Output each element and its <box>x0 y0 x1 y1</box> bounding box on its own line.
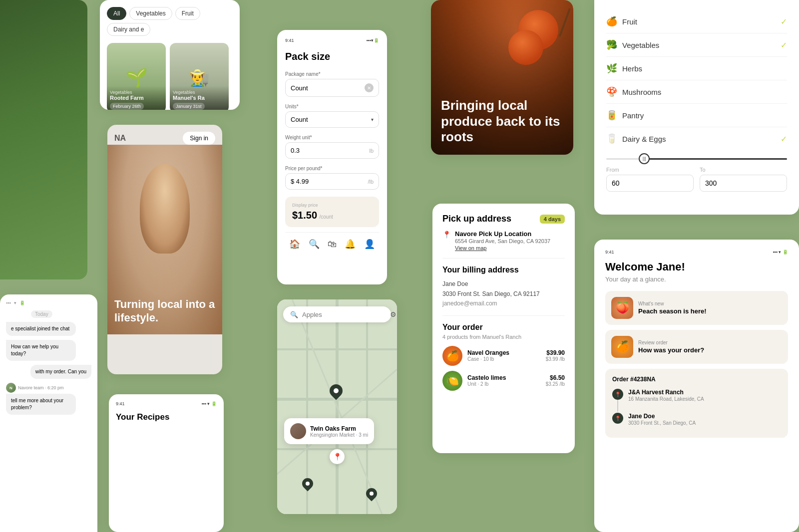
package-name-field: Package name* Count ✕ <box>285 71 379 97</box>
nav-home-icon[interactable]: 🏠 <box>289 239 300 250</box>
category-item-vegetables[interactable]: 🥦 Vegetables ✓ <box>606 33 787 57</box>
search-icon: 🔍 <box>290 311 298 318</box>
hero-background: Bringing local produce back to its roots <box>431 0 573 155</box>
step-name-2: Jane Doe <box>628 413 696 420</box>
packsize-title: Pack size <box>285 51 379 62</box>
weight-suffix: lb <box>369 148 374 154</box>
map-popup-avatar <box>290 423 306 439</box>
price-to-input[interactable] <box>700 175 787 192</box>
farm-category-2: Vegetables <box>173 90 226 95</box>
category-item-fruit[interactable]: 🍊 Fruit ✓ <box>606 10 787 33</box>
welcome-signal: ▪▪▪ ▾ 🔋 <box>773 250 788 255</box>
chat-card: ▪▪▪ ▾ 🔋 Today e specialist joined the ch… <box>0 294 97 532</box>
location-details: Navore Pick Up Location 6554 Girard Ave,… <box>455 230 550 251</box>
sender-row: N Navore team · 6:20 pm <box>6 383 91 393</box>
nav-notif-icon[interactable]: 🔔 <box>345 239 356 250</box>
notification-review[interactable]: 🍊 Review order How was your order? <box>605 330 788 364</box>
price-slider-track: ||| <box>606 158 787 160</box>
cat-name-4: Pantry <box>622 111 644 120</box>
package-name-input[interactable]: Count ✕ <box>285 79 379 97</box>
package-name-label: Package name* <box>285 71 379 77</box>
map-search-bar: 🔍 ⚙ <box>283 306 391 322</box>
step-icon-1: 📍 <box>612 389 623 400</box>
cat-check-1: ✓ <box>781 40 787 50</box>
price-label: Price per pound* <box>285 166 379 171</box>
cat-name-0: Fruit <box>622 17 637 26</box>
category-item-pantry[interactable]: 🥫 Pantry <box>606 104 787 127</box>
cat-icon-0: 🍊 <box>606 16 617 27</box>
price-slider-thumb[interactable]: ||| <box>639 153 650 164</box>
cat-left-3: 🍄 Mushrooms <box>606 86 661 97</box>
category-item-herbs[interactable]: 🌿 Herbs <box>606 57 787 80</box>
cat-name-2: Herbs <box>622 64 642 73</box>
step-addr-1: 16 Manzanita Road, Lakeside, CA <box>628 396 704 403</box>
chat-message-4: N Navore team · 6:20 pm tell me more abo… <box>6 383 91 415</box>
time-display: 9:41 <box>285 38 294 43</box>
category-item-mushrooms[interactable]: 🍄 Mushrooms <box>606 80 787 104</box>
weight-unit-label: Weight unit* <box>285 135 379 140</box>
map-search-input[interactable] <box>302 311 386 318</box>
notif-icon-review: 🍊 <box>611 336 633 358</box>
map-popup[interactable]: Twin Oaks Farm Kengsington Market · 3 mi <box>284 418 374 444</box>
tab-vegetables[interactable]: Vegetables <box>129 7 172 20</box>
tab-all[interactable]: All <box>107 7 126 20</box>
price-range-section: ||| From To <box>606 158 787 192</box>
cat-left-4: 🥫 Pantry <box>606 110 644 121</box>
order-item-info-1: Navel Oranges Case · 10 lb <box>467 349 541 362</box>
pickup-title: Pick up address 4 days <box>442 214 565 224</box>
divider-1 <box>442 258 565 259</box>
order-item-price-2: $6.50 $3.25 /lb <box>546 374 565 387</box>
package-name-value: Count <box>291 84 308 92</box>
weight-unit-value: 0.3 <box>291 147 300 154</box>
location-icon: 📍 <box>442 231 451 251</box>
order-item-info-2: Castelo limes Unit · 2 lb <box>467 374 541 387</box>
chat-status-bar: ▪▪▪ ▾ 🔋 <box>6 300 91 305</box>
order-tracking-title: Order #4238NA <box>612 376 781 383</box>
nav-search-icon[interactable]: 🔍 <box>309 239 320 250</box>
units-input[interactable]: Count ▾ <box>285 111 379 128</box>
step-icon-2: 📍 <box>612 413 623 424</box>
farm-card-2[interactable]: 👨‍🌾 Vegetables Manuel's Ra January 31st <box>170 43 229 110</box>
category-item-dairy & eggs[interactable]: 🥛 Dairy & Eggs ✓ <box>606 127 787 150</box>
chat-bubble-4: tell me more about your problem? <box>6 394 76 415</box>
signal-icon: ▪▪▪ <box>6 300 11 305</box>
billing-name: Jane Doe <box>442 279 565 289</box>
order-subtitle: 4 products from Manuel's Ranch <box>442 334 565 340</box>
price-input[interactable]: $ 4.99 /lb <box>285 173 379 190</box>
price-from-input[interactable] <box>606 175 694 192</box>
recipes-signal: ▪▪▪ ▾ 🔋 <box>201 401 217 406</box>
farm-browse-card: All Vegetables Fruit Dairy and e 🌱 Veget… <box>100 0 240 110</box>
welcome-time: 9:41 <box>605 250 614 255</box>
cat-name-5: Dairy & Eggs <box>622 135 666 143</box>
step-name-1: J&A Harvest Ranch <box>628 389 704 396</box>
tab-dairy[interactable]: Dairy and e <box>107 23 150 36</box>
notif-icon-peach: 🍑 <box>611 297 633 319</box>
cat-icon-4: 🥫 <box>606 110 617 121</box>
notif-peach-text: Peach season is here! <box>638 307 707 315</box>
display-price-value-row: $1.50 /count <box>292 210 372 221</box>
view-map-link[interactable]: View on map <box>455 245 550 251</box>
tab-fruit[interactable]: Fruit <box>175 7 200 20</box>
map-roads-svg <box>277 299 397 514</box>
location-addr: 6554 Girard Ave, San Diego, CA 92037 <box>455 238 550 245</box>
nav-bag-icon[interactable]: 🛍 <box>328 239 337 250</box>
filter-icon[interactable]: ⚙ <box>390 310 397 318</box>
order-item-img-2: 🍋 <box>442 371 462 391</box>
farm-card-1[interactable]: 🌱 Vegetables Rooted Farm February 26th <box>107 43 166 110</box>
units-label: Units* <box>285 104 379 109</box>
cat-left-0: 🍊 Fruit <box>606 16 637 27</box>
price-field: Price per pound* $ 4.99 /lb <box>285 166 379 190</box>
weight-unit-input[interactable]: 0.3 lb <box>285 142 379 159</box>
display-price-value: $1.50 <box>292 210 317 221</box>
nav-profile-icon[interactable]: 👤 <box>364 239 375 250</box>
map-center-pin[interactable]: 📍 <box>330 449 345 464</box>
order-item-sub-1: Case · 10 lb <box>467 356 541 362</box>
fruit-background-card: the nd you on. <box>0 0 87 279</box>
clear-button[interactable]: ✕ <box>365 83 374 92</box>
tracking-step-2: 📍 Jane Doe 3030 Front St., San Diego, CA <box>612 413 781 427</box>
sender-name: Navore team · 6:20 pm <box>18 385 64 390</box>
map-popup-info: Twin Oaks Farm Kengsington Market · 3 mi <box>310 425 368 438</box>
chat-bubble-1: e specialist joined the chat <box>6 322 76 336</box>
signin-button[interactable]: Sign in <box>183 132 215 145</box>
notification-peach[interactable]: 🍑 What's new Peach season is here! <box>605 291 788 325</box>
